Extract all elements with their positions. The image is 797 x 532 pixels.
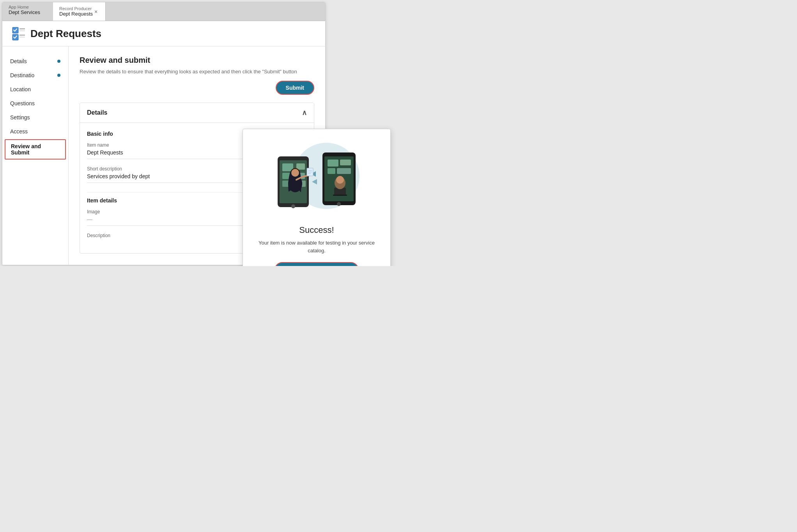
tab-close-icon[interactable]: × <box>93 8 99 16</box>
header-icon <box>12 27 26 41</box>
sidebar-item-questions[interactable]: Questions <box>2 96 68 110</box>
chevron-up-icon[interactable]: ∧ <box>302 108 307 117</box>
svg-rect-19 <box>328 160 338 167</box>
svg-rect-20 <box>340 160 351 165</box>
submit-row: Submit <box>80 81 314 95</box>
sidebar-item-location[interactable]: Location <box>2 82 68 96</box>
sidebar-item-details-label: Details <box>10 58 27 64</box>
svg-point-16 <box>291 204 295 208</box>
tab-record-producer-subtitle: Dept Requests <box>59 11 93 17</box>
sidebar: Details Destinatio Location Questions Se… <box>2 46 69 265</box>
success-illustration <box>266 141 367 219</box>
tab-app-home-title: App Home <box>9 5 47 9</box>
sidebar-item-review-submit[interactable]: Review and Submit <box>5 139 66 160</box>
svg-point-23 <box>337 202 341 206</box>
tab-app-home-subtitle: Dept Services <box>9 9 47 15</box>
svg-rect-22 <box>337 168 351 174</box>
sidebar-item-location-label: Location <box>10 86 31 92</box>
success-description: Your item is now available for testing i… <box>254 239 379 254</box>
review-submit-title: Review and submit <box>80 56 314 65</box>
tab-bar: App Home Dept Services Record Producer D… <box>2 2 325 21</box>
tab-app-home[interactable]: App Home Dept Services <box>2 2 53 21</box>
sidebar-item-destination-label: Destinatio <box>10 72 34 78</box>
sidebar-item-settings[interactable]: Settings <box>2 110 68 124</box>
svg-rect-21 <box>328 168 335 174</box>
svg-point-28 <box>291 169 299 177</box>
details-card-header: Details ∧ <box>80 103 314 123</box>
tab-record-producer-title: Record Producer <box>59 6 93 11</box>
sidebar-item-details[interactable]: Details <box>2 54 68 68</box>
svg-rect-30 <box>333 195 347 196</box>
sidebar-item-review-submit-label: Review and Submit <box>11 143 60 156</box>
sidebar-item-questions-label: Questions <box>10 100 35 106</box>
details-card-title: Details <box>87 109 107 116</box>
return-to-application-button[interactable]: Return to my application <box>275 262 359 266</box>
success-title: Success! <box>254 225 379 235</box>
sidebar-item-access[interactable]: Access <box>2 124 68 138</box>
svg-rect-11 <box>296 163 305 170</box>
sidebar-dot-destination <box>57 74 60 77</box>
page-header: Dept Requests <box>2 21 325 46</box>
sidebar-dot-details <box>57 60 60 63</box>
page-title: Dept Requests <box>30 28 101 40</box>
sidebar-item-destination[interactable]: Destinatio <box>2 68 68 82</box>
sidebar-item-access-label: Access <box>10 128 28 135</box>
review-submit-description: Review the details to ensure that everyt… <box>80 69 314 74</box>
submit-button[interactable]: Submit <box>276 81 314 95</box>
success-popup: Success! Your item is now available for … <box>243 129 391 266</box>
svg-point-32 <box>336 176 344 184</box>
sidebar-item-settings-label: Settings <box>10 114 30 121</box>
tab-record-producer[interactable]: Record Producer Dept Requests × <box>53 2 106 21</box>
